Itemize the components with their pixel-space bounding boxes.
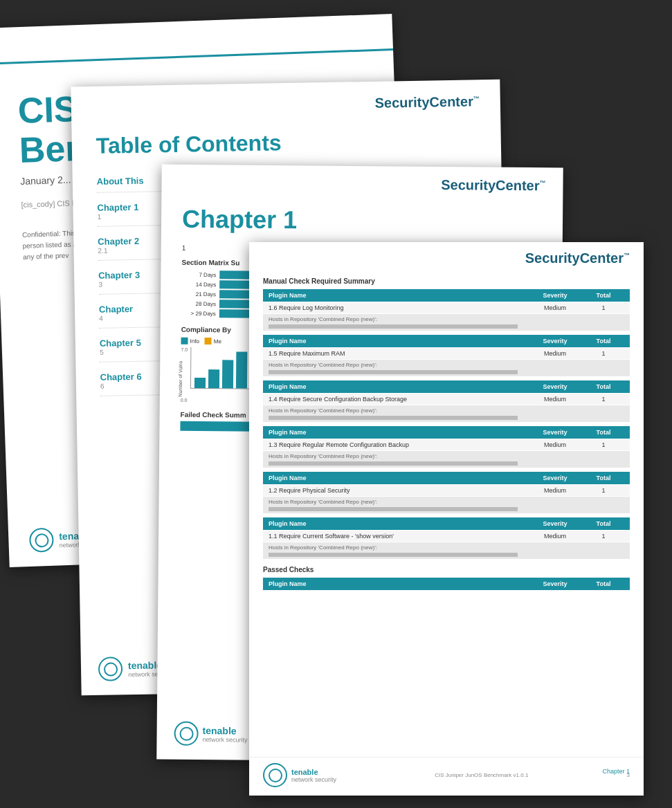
table-3-header: Plugin Name Severity Total [263, 380, 630, 393]
col-total-5: Total [583, 475, 624, 481]
col-plugin-name-1: Plugin Name [269, 292, 527, 299]
y-axis-title: Number of Vulns [178, 361, 183, 397]
col-severity-3: Severity [527, 383, 583, 390]
tenable-logo-inner [35, 533, 49, 547]
table-6: Plugin Name Severity Total 1.1 Require C… [263, 517, 630, 559]
host-row-1: Hosts in Repository 'Combined Repo (new)… [263, 314, 630, 331]
passed-checks-section: Passed Checks Plugin Name Severity Total [263, 566, 630, 590]
col-severity-2: Severity [527, 338, 583, 345]
manual-check-title: Manual Check Required Summary [263, 277, 630, 285]
host-bar-1 [269, 324, 518, 329]
sc-logo-detail: SecurityCenter™ [263, 250, 630, 266]
tenable-logo-toc [98, 656, 123, 681]
passed-checks-header: Plugin Name Severity Total [263, 578, 630, 590]
table-3: Plugin Name Severity Total 1.4 Require S… [263, 380, 630, 422]
plugin-6: 1.1 Require Current Software - 'show ver… [269, 533, 527, 540]
severity-5: Medium [527, 487, 583, 494]
col-plugin-name-6: Plugin Name [269, 520, 527, 527]
matrix-label-29days: > 29 Days [181, 310, 219, 316]
detail-footer: tenable network security CIS Juniper Jun… [249, 757, 644, 787]
bar-4 [236, 351, 247, 388]
host-bar-4 [269, 461, 518, 466]
col-plugin-name-3: Plugin Name [269, 383, 527, 390]
table-1-row: 1.6 Require Log Monitoring Medium 1 [263, 302, 630, 313]
sc-logo-ch1: SecurityCenter™ [179, 175, 545, 194]
plugin-3: 1.4 Require Secure Configuration Backup … [269, 396, 527, 403]
host-bar-3 [269, 416, 518, 420]
tenable-name-detail: tenable [291, 768, 336, 776]
passed-col-plugin: Plugin Name [269, 580, 527, 587]
table-1-header: Plugin Name Severity Total [263, 289, 630, 302]
host-row-3: Hosts in Repository 'Combined Repo (new)… [263, 405, 630, 422]
col-total-1: Total [583, 292, 624, 299]
host-row-2: Hosts in Repository 'Combined Repo (new)… [263, 360, 630, 376]
tenable-logo-inner-toc [103, 662, 117, 676]
host-bar-5 [269, 507, 518, 511]
plugin-1: 1.6 Require Log Monitoring [269, 304, 527, 311]
ch1-title: Chapter 1 [182, 205, 542, 237]
passed-col-total: Total [583, 580, 624, 587]
y-label-0: 0.0 [181, 398, 188, 403]
tenable-subtitle-detail: network security [291, 776, 336, 783]
total-3: 1 [583, 396, 624, 403]
detail-body: Manual Check Required Summary Plugin Nam… [249, 272, 644, 596]
table-5-row: 1.2 Require Physical Security Medium 1 [263, 485, 630, 496]
table-6-row: 1.1 Require Current Software - 'show ver… [263, 531, 630, 542]
table-4: Plugin Name Severity Total 1.3 Require R… [263, 426, 630, 468]
tenable-subtitle-ch1: network security [202, 736, 247, 744]
legend-info-label: Info [190, 338, 199, 344]
total-5: 1 [583, 487, 624, 494]
tenable-logo-ch1 [174, 722, 198, 746]
bar-1 [194, 378, 206, 388]
host-row-4: Hosts in Repository 'Combined Repo (new)… [263, 451, 630, 468]
table-5-header: Plugin Name Severity Total [263, 472, 630, 484]
plugin-4: 1.3 Require Regular Remote Configuration… [269, 441, 527, 448]
detail-header: SecurityCenter™ [249, 242, 644, 272]
host-bar-2 [269, 370, 518, 374]
col-severity-4: Severity [527, 429, 583, 436]
table-4-row: 1.3 Require Regular Remote Configuration… [263, 439, 630, 450]
severity-1: Medium [527, 304, 583, 311]
toc-header: SecurityCenter™ [71, 80, 500, 127]
severity-3: Medium [527, 396, 583, 403]
y-label-7: 7.0 [181, 347, 188, 352]
plugin-2: 1.5 Require Maximum RAM [269, 350, 527, 357]
tenable-brand-ch1: tenable network security [202, 725, 247, 744]
total-6: 1 [583, 533, 624, 540]
severity-6: Medium [527, 533, 583, 540]
total-4: 1 [583, 441, 624, 448]
col-total-2: Total [583, 338, 624, 345]
table-2-row: 1.5 Require Maximum RAM Medium 1 [263, 348, 630, 359]
host-row-6: Hosts in Repository 'Combined Repo (new)… [263, 542, 630, 559]
sc-logo: SecurityCenter™ [92, 93, 480, 116]
legend-info: Info [181, 338, 199, 345]
ch1-header: SecurityCenter™ [161, 164, 563, 201]
col-severity-1: Severity [527, 292, 583, 299]
legend-me-label: Me [214, 338, 221, 345]
bar-2 [208, 370, 219, 389]
tenable-logo-inner-ch1 [179, 726, 193, 740]
table-1: Plugin Name Severity Total 1.6 Require L… [263, 289, 630, 331]
total-2: 1 [583, 350, 624, 357]
detail-page: SecurityCenter™ Manual Check Required Su… [249, 242, 644, 796]
bar-3 [222, 360, 233, 388]
severity-4: Medium [527, 441, 583, 448]
table-5: Plugin Name Severity Total 1.2 Require P… [263, 472, 630, 513]
legend-info-icon [181, 338, 188, 345]
passed-col-severity: Severity [527, 580, 583, 587]
col-plugin-name-5: Plugin Name [269, 475, 527, 481]
toc-title: Table of Contents [96, 127, 478, 159]
table-4-header: Plugin Name Severity Total [263, 426, 630, 439]
host-bar-6 [269, 553, 518, 557]
col-severity-6: Severity [527, 520, 583, 527]
matrix-label-21days: 21 Days [181, 291, 219, 297]
passed-checks-title: Passed Checks [263, 566, 630, 573]
col-total-6: Total [583, 520, 624, 527]
tenable-logo-icon [29, 528, 54, 553]
tenable-brand-detail: tenable network security [291, 768, 336, 783]
footer-logo-area: tenable network security [263, 763, 336, 787]
legend-me: Me [205, 338, 221, 345]
footer-center-text: CIS Juniper JunOS Benchmark v1.0.1 [435, 772, 528, 778]
tenable-logo-detail [263, 763, 287, 787]
ch1-footer: tenable network security [174, 722, 247, 746]
